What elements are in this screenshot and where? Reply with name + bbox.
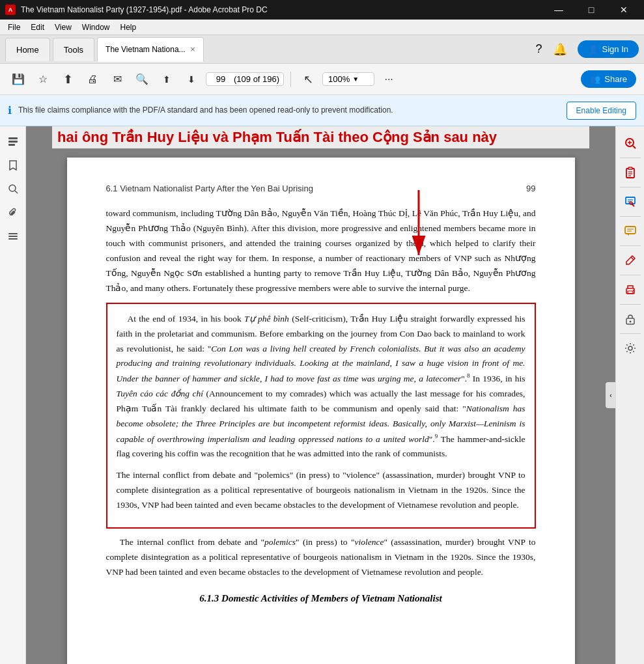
- rs-comment-icon[interactable]: [619, 219, 642, 243]
- svg-point-30: [633, 290, 634, 291]
- prev-page-button[interactable]: ⬆: [156, 69, 177, 90]
- toolbar-separator: [290, 72, 291, 87]
- sidebar-icon-bookmarks[interactable]: [3, 155, 23, 176]
- svg-rect-24: [625, 227, 636, 234]
- page-number-input[interactable]: [210, 74, 231, 84]
- prev-page-icon: ⬆: [163, 74, 171, 85]
- title-bar: A The Vietnam Nationalist Party (1927-19…: [0, 0, 644, 20]
- svg-point-3: [9, 185, 16, 191]
- svg-rect-2: [8, 144, 15, 146]
- page-number: 99: [526, 184, 535, 193]
- collapse-panel-button[interactable]: ‹: [606, 382, 616, 408]
- rs-separator-7: [620, 333, 641, 334]
- svg-line-4: [15, 191, 18, 193]
- rs-pencil-icon[interactable]: [619, 249, 642, 272]
- enable-editing-button[interactable]: Enable Editing: [567, 102, 636, 120]
- bookmark-icon: ☆: [38, 73, 48, 85]
- vietnamese-header-text: hai ông Trần Huy Liệu và Phạm Tuấn Tài t…: [52, 126, 589, 148]
- rs-lock-icon[interactable]: [619, 307, 642, 331]
- rs-edit-icon[interactable]: [619, 190, 642, 214]
- person-icon: 👤: [588, 44, 598, 54]
- rs-separator-4: [620, 245, 641, 246]
- rs-zoom-icon[interactable]: [619, 131, 642, 155]
- save-button[interactable]: 💾: [8, 69, 29, 90]
- svg-rect-7: [8, 238, 18, 240]
- menu-help[interactable]: Help: [115, 21, 142, 33]
- notifications-icon[interactable]: 🔔: [553, 42, 567, 57]
- zoom-control[interactable]: 100% ▼: [322, 72, 374, 86]
- rs-separator-6: [620, 304, 641, 305]
- share-button[interactable]: 👥 Share: [581, 70, 636, 88]
- menu-file[interactable]: File: [3, 21, 25, 33]
- menu-view[interactable]: View: [49, 21, 77, 33]
- bookmark-button[interactable]: ☆: [33, 69, 53, 90]
- svg-point-23: [630, 202, 632, 204]
- tab-tools[interactable]: Tools: [53, 38, 94, 61]
- rs-separator-2: [620, 187, 641, 187]
- rs-gear-icon[interactable]: [619, 337, 642, 360]
- search-icon: 🔍: [135, 73, 148, 85]
- toolbar: 💾 ☆ ⬆ 🖨 ✉ 🔍 ⬆ ⬇ (109 of 196) ↖ 100% ▼ ··…: [0, 64, 644, 95]
- sign-in-button[interactable]: 👤 Sign In: [578, 40, 639, 58]
- save-icon: 💾: [12, 73, 25, 85]
- main-container: hai ông Trần Huy Liệu và Phạm Tuấn Tài t…: [0, 126, 644, 664]
- help-icon[interactable]: ?: [536, 42, 542, 56]
- svg-rect-5: [8, 233, 18, 234]
- mail-icon: ✉: [113, 73, 122, 85]
- sidebar-icon-attachments[interactable]: [3, 202, 23, 223]
- tab-home[interactable]: Home: [5, 38, 50, 61]
- notification-bar: ℹ This file claims compliance with the P…: [0, 95, 644, 126]
- upload-button[interactable]: ⬆: [57, 69, 78, 90]
- menu-window[interactable]: Window: [77, 21, 115, 33]
- pdf-paragraph-2: The internal conflict from debate and "p…: [106, 535, 536, 580]
- maximize-button[interactable]: □: [576, 0, 606, 20]
- cursor-button[interactable]: ↖: [298, 69, 318, 90]
- tab-bar: Home Tools The Vietnam Nationa... × ? 🔔 …: [0, 35, 644, 64]
- page-navigation: (109 of 196): [206, 72, 284, 86]
- print-icon: 🖨: [87, 74, 98, 85]
- left-sidebar: [0, 126, 26, 664]
- info-icon: ℹ: [8, 104, 12, 117]
- rs-clipboard-icon[interactable]: [619, 161, 642, 184]
- print-button[interactable]: 🖨: [82, 69, 103, 90]
- more-options-button[interactable]: ···: [378, 69, 399, 90]
- search-button[interactable]: 🔍: [132, 69, 152, 90]
- minimize-button[interactable]: —: [544, 0, 574, 20]
- chapter-header: 6.1 Vietnam Nationalist Party After the …: [106, 184, 313, 193]
- rs-separator-5: [620, 275, 641, 275]
- page-header: 6.1 Vietnam Nationalist Party After the …: [106, 184, 536, 193]
- menu-edit[interactable]: Edit: [25, 21, 49, 33]
- notification-text: This file claims compliance with the PDF…: [18, 105, 560, 116]
- rs-separator-1: [620, 158, 641, 158]
- rs-print-icon[interactable]: [619, 278, 642, 301]
- close-button[interactable]: ✕: [609, 0, 639, 20]
- red-arrow-annotation: [406, 190, 432, 268]
- pdf-highlighted-section: At the end of 1934, in his book Tự phê b…: [106, 303, 536, 529]
- next-page-button[interactable]: ⬇: [181, 69, 202, 90]
- page-total: (109 of 196): [234, 74, 279, 84]
- tab-close-icon[interactable]: ×: [191, 45, 195, 54]
- svg-line-11: [633, 146, 636, 148]
- window-title: The Vietnam Nationalist Party (1927-1954…: [21, 5, 268, 14]
- menu-bar: File Edit View Window Help: [0, 20, 644, 35]
- svg-line-27: [631, 257, 634, 260]
- sidebar-icon-layers[interactable]: [3, 225, 23, 246]
- svg-rect-19: [626, 197, 635, 204]
- sidebar-icon-pages[interactable]: [3, 131, 23, 152]
- share-icon: 👥: [590, 74, 600, 84]
- mail-button[interactable]: ✉: [107, 69, 128, 90]
- svg-rect-14: [626, 169, 634, 178]
- right-sidebar: ‹: [615, 126, 644, 664]
- svg-point-33: [628, 346, 632, 350]
- next-page-icon: ⬇: [188, 74, 195, 85]
- sidebar-icon-search[interactable]: [3, 178, 23, 199]
- rs-separator-3: [620, 216, 641, 217]
- tab-document[interactable]: The Vietnam Nationa... ×: [97, 37, 204, 62]
- pdf-page: 6.1 Vietnam Nationalist Party After the …: [67, 158, 575, 664]
- section-title: 6.1.3 Domestic Activities of Members of …: [106, 593, 536, 604]
- svg-rect-0: [8, 137, 18, 139]
- pdf-area[interactable]: hai ông Trần Huy Liệu và Phạm Tuấn Tài t…: [26, 126, 615, 664]
- zoom-dropdown-icon: ▼: [352, 76, 359, 83]
- more-icon: ···: [384, 74, 393, 85]
- tab-document-label: The Vietnam Nationa...: [105, 45, 186, 54]
